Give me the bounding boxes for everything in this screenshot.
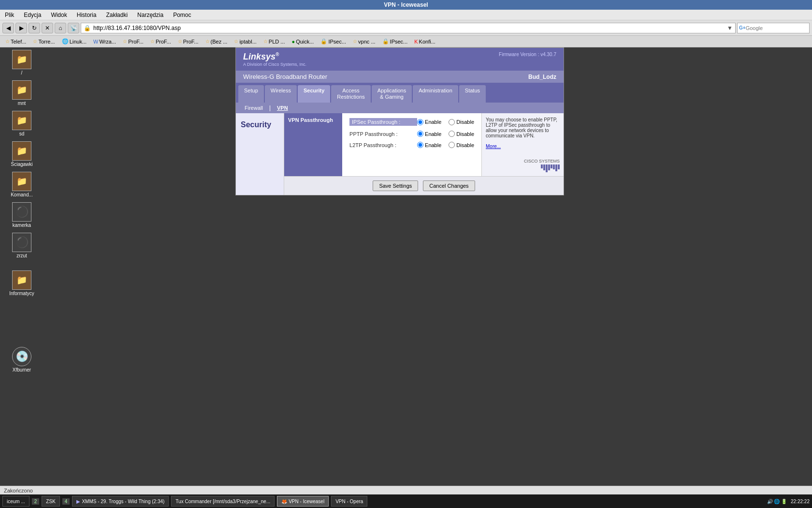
pptp-enable-option[interactable]: Enable bbox=[417, 131, 441, 137]
l2tp-disable-option[interactable]: Disable bbox=[449, 142, 474, 148]
bookmark-prof2[interactable]: ☆ ProF... bbox=[147, 38, 174, 45]
tab-status[interactable]: Status bbox=[459, 85, 486, 103]
menu-edycja[interactable]: Edycja bbox=[21, 11, 44, 19]
taskbar-right: 🔊 🌐 🔋 22:22:22 bbox=[767, 499, 810, 504]
pptp-label: PPTP Passthrough : bbox=[349, 131, 417, 137]
router-model: Wireless-G Broadband Router bbox=[243, 73, 327, 80]
taskbar-xmms[interactable]: ▶ XMMS - 29. Troggs - Wild Thing (2:34) bbox=[72, 496, 169, 507]
ipsec-disable-option[interactable]: Disable bbox=[449, 119, 474, 125]
taskbar-clock: 22:22:22 bbox=[791, 499, 810, 504]
dropdown-icon[interactable]: ▼ bbox=[727, 25, 733, 31]
menubar: Plik Edycja Widok Historia Zakładki Narz… bbox=[0, 10, 812, 20]
router-nav-tabs: Setup Wireless Security AccessRestrictio… bbox=[236, 83, 564, 103]
bookmark-torre[interactable]: ☆ Torre... bbox=[30, 38, 58, 45]
router-buttons: Save Settings Cancel Changes bbox=[284, 176, 564, 195]
icon-sciagawki[interactable]: 📁 Ściagawki bbox=[2, 141, 41, 167]
bookmark-konfi[interactable]: K Konfi... bbox=[411, 38, 438, 45]
rss-button[interactable]: 📡 bbox=[68, 23, 79, 33]
pptp-enable-radio[interactable] bbox=[417, 131, 423, 137]
status-text: Zakończono bbox=[4, 488, 33, 493]
pptp-enable-label: Enable bbox=[425, 131, 441, 137]
bookmark-wrza[interactable]: W Wrza... bbox=[90, 38, 119, 45]
menu-historia[interactable]: Historia bbox=[74, 11, 99, 19]
tab-applications[interactable]: Applications& Gaming bbox=[372, 85, 412, 103]
taskbar-icons: 🔊 🌐 🔋 bbox=[767, 499, 787, 504]
menu-zakladki[interactable]: Zakładki bbox=[103, 11, 130, 19]
ipsec-enable-radio[interactable] bbox=[417, 119, 423, 125]
address-input[interactable] bbox=[93, 25, 727, 31]
page-title-col: Security bbox=[236, 113, 284, 195]
ipsec-disable-radio[interactable] bbox=[449, 119, 455, 125]
bookmark-telef[interactable]: ☆ Telef... bbox=[2, 38, 29, 45]
save-settings-button[interactable]: Save Settings bbox=[373, 180, 418, 191]
home-button[interactable]: ⌂ bbox=[55, 23, 66, 33]
l2tp-enable-label: Enable bbox=[425, 142, 441, 148]
stop-button[interactable]: ✕ bbox=[42, 23, 53, 33]
menu-plik[interactable]: Plik bbox=[2, 11, 16, 19]
icon-mnt[interactable]: 📁 mnt bbox=[2, 80, 41, 106]
ipsec-disable-label: Disable bbox=[456, 119, 474, 125]
ipsec-row: IPSec Passthrough : Enable Disable bbox=[349, 118, 474, 126]
section-content: IPSec Passthrough : Enable Disable bbox=[342, 113, 481, 176]
tab-administration[interactable]: Administration bbox=[413, 85, 458, 103]
ipsec-enable-label: Enable bbox=[425, 119, 441, 125]
taskbar-vpn-iceweasel[interactable]: 🦊 VPN - Iceweasel bbox=[277, 496, 329, 507]
bookmark-bez[interactable]: ☆ (Bez ... bbox=[203, 38, 231, 45]
ipsec-label: IPSec Passthrough : bbox=[349, 118, 417, 126]
taskbar-vpn-opera[interactable]: VPN - Opera bbox=[331, 496, 367, 507]
icon-zrzut[interactable]: ⚫ zrzut bbox=[2, 233, 41, 258]
subtab-vpn[interactable]: VPN bbox=[273, 104, 292, 112]
l2tp-disable-radio[interactable] bbox=[449, 142, 455, 148]
tab-setup[interactable]: Setup bbox=[238, 85, 264, 103]
bookmark-prof1[interactable]: ☆ ProF... bbox=[120, 38, 146, 45]
icon-xfburner[interactable]: 💿 Xfburner bbox=[2, 347, 41, 373]
browser-window: Linksys® A Division of Cisco Systems, In… bbox=[235, 47, 564, 195]
icon-komand[interactable]: 📁 Komand... bbox=[2, 172, 41, 197]
menu-widok[interactable]: Widok bbox=[48, 11, 69, 19]
help-more-link[interactable]: More... bbox=[486, 144, 501, 149]
linksys-sub: A Division of Cisco Systems, Inc. bbox=[243, 62, 306, 67]
icon-kamerka[interactable]: ⚫ kamerka bbox=[2, 202, 41, 228]
tab-security[interactable]: Security bbox=[298, 85, 330, 103]
help-text: You may choose to enable PPTP, L2TP of I… bbox=[486, 117, 557, 138]
back-button[interactable]: ◀ bbox=[2, 23, 14, 33]
taskbar-num1: 2 bbox=[32, 498, 40, 505]
router-top-bar: Wireless-G Broadband Router Bud_Lodz bbox=[236, 71, 564, 83]
taskbar-num2: 4 bbox=[62, 498, 70, 505]
menu-pomoc[interactable]: Pomoc bbox=[171, 11, 193, 19]
taskbar-iceum[interactable]: iceum ... bbox=[2, 496, 29, 507]
cancel-changes-button[interactable]: Cancel Changes bbox=[423, 180, 475, 191]
bookmark-iptabl[interactable]: ☆ iptabl... bbox=[231, 38, 259, 45]
search-input[interactable] bbox=[746, 25, 808, 31]
bookmark-quick[interactable]: ● Quick... bbox=[289, 38, 317, 45]
main-content: VPN Passthrough IPSec Passthrough : Enab… bbox=[284, 113, 564, 195]
router-subtabs: Firewall | VPN bbox=[236, 103, 564, 113]
l2tp-disable-label: Disable bbox=[456, 142, 474, 148]
icon-root[interactable]: 📁 / bbox=[2, 50, 41, 75]
desktop: VPN - Iceweasel Plik Edycja Widok Histor… bbox=[0, 0, 812, 508]
reload-button[interactable]: ↻ bbox=[29, 23, 40, 33]
l2tp-enable-radio[interactable] bbox=[417, 142, 423, 148]
bookmark-pld[interactable]: ☆ PLD ... bbox=[261, 38, 288, 45]
subtab-firewall[interactable]: Firewall bbox=[241, 104, 267, 112]
bookmark-ipsec1[interactable]: 🔒 IPsec... bbox=[318, 38, 349, 45]
tab-access[interactable]: AccessRestrictions bbox=[331, 85, 370, 103]
icon-informatycy[interactable]: 📁 Informatycy bbox=[2, 270, 41, 296]
pptp-disable-option[interactable]: Disable bbox=[449, 131, 474, 137]
tab-wireless[interactable]: Wireless bbox=[265, 85, 297, 103]
bookmark-vpnc[interactable]: ☆ vpnc ... bbox=[350, 38, 378, 45]
menu-narzedzia[interactable]: Narzędzia bbox=[135, 11, 166, 19]
forward-button[interactable]: ▶ bbox=[15, 23, 27, 33]
pptp-disable-radio[interactable] bbox=[449, 131, 455, 137]
l2tp-enable-option[interactable]: Enable bbox=[417, 142, 441, 148]
bookmark-linuk[interactable]: 🌐 Linuk... bbox=[59, 38, 89, 45]
ipsec-enable-option[interactable]: Enable bbox=[417, 119, 441, 125]
desktop-icons-area: 📁 / 📁 mnt 📁 sd 📁 Ściagawki 📁 Komand... ⚫ bbox=[0, 47, 63, 410]
bookmark-prof3[interactable]: ☆ ProF... bbox=[175, 38, 202, 45]
icon-sd[interactable]: 📁 sd bbox=[2, 111, 41, 136]
taskbar-zsk[interactable]: ZSK bbox=[42, 496, 59, 507]
taskbar-tux[interactable]: Tux Commander [/mnt/sda3/Przejzane_ne... bbox=[171, 496, 275, 507]
cisco-logo: CISCO SYSTEMS bbox=[486, 159, 560, 172]
bookmark-ipsec2[interactable]: 🔒 IPsec... bbox=[379, 38, 411, 45]
vpn-section: VPN Passthrough IPSec Passthrough : Enab… bbox=[284, 113, 564, 176]
